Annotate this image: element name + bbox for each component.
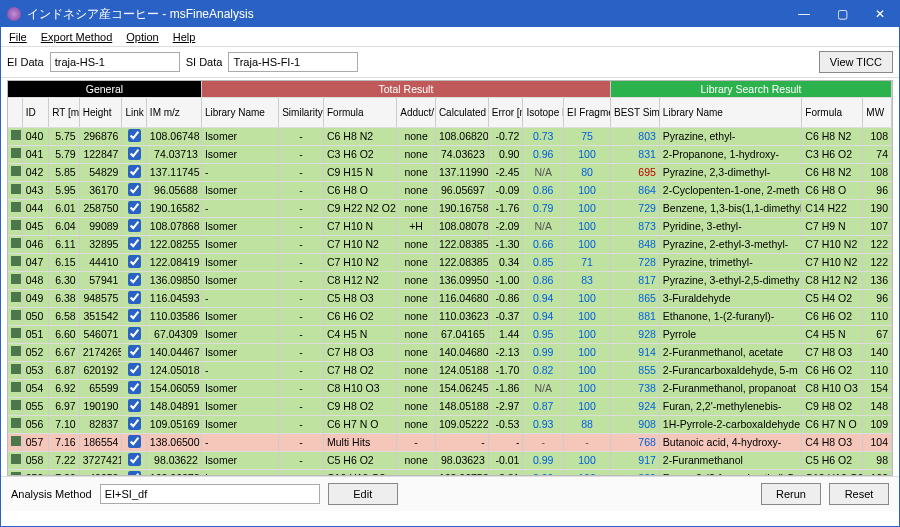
link-checkbox[interactable] bbox=[128, 147, 141, 160]
table-row[interactable]: 0577.16186554138.06500--Multi Hits-----7… bbox=[8, 433, 892, 451]
link-checkbox[interactable] bbox=[128, 255, 141, 268]
row-marker bbox=[11, 148, 21, 158]
table-row[interactable]: 0486.3057941136.09850Isomer-C8 H12 N2non… bbox=[8, 271, 892, 289]
menu-bar: File Export Method Option Help bbox=[1, 27, 899, 47]
row-marker bbox=[11, 418, 21, 428]
link-checkbox[interactable] bbox=[128, 471, 141, 477]
row-marker bbox=[11, 292, 21, 302]
row-marker bbox=[11, 328, 21, 338]
table-row[interactable]: 0587.22372742198.03622Isomer-C5 H6 O2non… bbox=[8, 451, 892, 469]
menu-option[interactable]: Option bbox=[126, 31, 158, 43]
analysis-method-label: Analysis Method bbox=[11, 488, 92, 500]
table-row[interactable]: 0506.58351542110.03586Isomer-C6 H6 O2non… bbox=[8, 307, 892, 325]
col-header-5[interactable]: IM m/z bbox=[146, 97, 201, 127]
col-header-14[interactable]: BEST Similarity bbox=[611, 97, 660, 127]
minimize-button[interactable]: — bbox=[785, 1, 823, 27]
link-checkbox[interactable] bbox=[128, 345, 141, 358]
view-ticc-button[interactable]: View TICC bbox=[819, 51, 893, 73]
table-row[interactable]: 0446.01258750190.16582--C9 H22 N2 O2none… bbox=[8, 199, 892, 217]
row-marker bbox=[11, 238, 21, 248]
results-table-scroll[interactable]: General Total Result Library Search Resu… bbox=[7, 80, 893, 476]
app-icon bbox=[7, 7, 21, 21]
col-header-0[interactable] bbox=[8, 97, 22, 127]
si-data-input[interactable] bbox=[228, 52, 358, 72]
link-checkbox[interactable] bbox=[128, 201, 141, 214]
table-row[interactable]: 0597.2649053162.06372Isomer-C10 H10 O2no… bbox=[8, 469, 892, 476]
ei-data-input[interactable] bbox=[50, 52, 180, 72]
link-checkbox[interactable] bbox=[128, 129, 141, 142]
menu-export-method[interactable]: Export Method bbox=[41, 31, 113, 43]
col-header-10[interactable]: Calculated m/z bbox=[435, 97, 488, 127]
table-row[interactable]: 0496.38948575116.04593--C5 H8 O3none116.… bbox=[8, 289, 892, 307]
link-checkbox[interactable] bbox=[128, 219, 141, 232]
col-header-6[interactable]: Library Name bbox=[201, 97, 278, 127]
window-title: インドネシア産コーヒー - msFineAnalysis bbox=[27, 6, 785, 23]
col-header-1[interactable]: ID bbox=[22, 97, 48, 127]
results-table: General Total Result Library Search Resu… bbox=[8, 81, 892, 476]
col-header-17[interactable]: MW bbox=[863, 97, 892, 127]
table-row[interactable]: 0526.672174265140.04467Isomer-C7 H8 O3no… bbox=[8, 343, 892, 361]
link-checkbox[interactable] bbox=[128, 417, 141, 430]
rerun-button[interactable]: Rerun bbox=[761, 483, 821, 505]
col-header-2[interactable]: RT [min] bbox=[49, 97, 80, 127]
col-header-9[interactable]: Adduct/ Loss bbox=[397, 97, 436, 127]
row-marker bbox=[11, 184, 21, 194]
row-marker bbox=[11, 472, 21, 476]
table-row[interactable]: 0567.1082837109.05169Isomer-C6 H7 N Onon… bbox=[8, 415, 892, 433]
row-marker bbox=[11, 310, 21, 320]
col-header-4[interactable]: Link bbox=[122, 97, 146, 127]
close-button[interactable]: ✕ bbox=[861, 1, 899, 27]
table-row[interactable]: 0425.8554829137.11745--C9 H15 Nnone137.1… bbox=[8, 163, 892, 181]
row-marker bbox=[11, 382, 21, 392]
row-marker bbox=[11, 400, 21, 410]
menu-help[interactable]: Help bbox=[173, 31, 196, 43]
link-checkbox[interactable] bbox=[128, 453, 141, 466]
table-row[interactable]: 0536.87620192124.05018--C7 H8 O2none124.… bbox=[8, 361, 892, 379]
link-checkbox[interactable] bbox=[128, 327, 141, 340]
table-row[interactable]: 0456.0499089108.07868Isomer-C7 H10 N+H10… bbox=[8, 217, 892, 235]
link-checkbox[interactable] bbox=[128, 399, 141, 412]
link-checkbox[interactable] bbox=[128, 363, 141, 376]
link-checkbox[interactable] bbox=[128, 183, 141, 196]
analysis-method-input[interactable] bbox=[100, 484, 320, 504]
table-row[interactable]: 0435.953617096.05688Isomer-C6 H8 Onone96… bbox=[8, 181, 892, 199]
link-checkbox[interactable] bbox=[128, 165, 141, 178]
menu-file[interactable]: File bbox=[9, 31, 27, 43]
table-row[interactable]: 0546.9265599154.06059Isomer-C8 H10 O3non… bbox=[8, 379, 892, 397]
table-row[interactable]: 0516.6054607167.04309Isomer-C4 H5 Nnone6… bbox=[8, 325, 892, 343]
row-marker bbox=[11, 130, 21, 140]
col-header-12[interactable]: Isotope Matching bbox=[523, 97, 564, 127]
table-row[interactable]: 0556.97190190148.04891Isomer-C9 H8 O2non… bbox=[8, 397, 892, 415]
row-marker bbox=[11, 346, 21, 356]
link-checkbox[interactable] bbox=[128, 381, 141, 394]
col-group-general: General bbox=[8, 81, 201, 97]
col-header-13[interactable]: EI Fragment Coverage bbox=[564, 97, 611, 127]
col-header-7[interactable]: Similarity bbox=[279, 97, 324, 127]
link-checkbox[interactable] bbox=[128, 291, 141, 304]
reset-button[interactable]: Reset bbox=[829, 483, 889, 505]
col-header-8[interactable]: Formula bbox=[323, 97, 396, 127]
col-header-16[interactable]: Formula bbox=[802, 97, 863, 127]
table-row[interactable]: 0405.75296876108.06748Isomer-C6 H8 N2non… bbox=[8, 127, 892, 145]
row-marker bbox=[11, 202, 21, 212]
row-marker bbox=[11, 364, 21, 374]
col-header-15[interactable]: Library Name bbox=[659, 97, 801, 127]
link-checkbox[interactable] bbox=[128, 237, 141, 250]
table-row[interactable]: 0415.7912284774.03713Isomer-C3 H6 O2none… bbox=[8, 145, 892, 163]
row-marker bbox=[11, 454, 21, 464]
row-marker bbox=[11, 166, 21, 176]
row-marker bbox=[11, 436, 21, 446]
edit-button[interactable]: Edit bbox=[328, 483, 398, 505]
row-marker bbox=[11, 256, 21, 266]
table-row[interactable]: 0466.1132895122.08255Isomer-C7 H10 N2non… bbox=[8, 235, 892, 253]
link-checkbox[interactable] bbox=[128, 273, 141, 286]
col-header-11[interactable]: Error [mDa] bbox=[488, 97, 523, 127]
ei-data-label: EI Data bbox=[7, 56, 44, 68]
link-checkbox[interactable] bbox=[128, 309, 141, 322]
row-marker bbox=[11, 220, 21, 230]
maximize-button[interactable]: ▢ bbox=[823, 1, 861, 27]
link-checkbox[interactable] bbox=[128, 435, 141, 448]
table-row[interactable]: 0476.1544410122.08419Isomer-C7 H10 N2non… bbox=[8, 253, 892, 271]
row-marker bbox=[11, 274, 21, 284]
col-header-3[interactable]: Height bbox=[79, 97, 122, 127]
